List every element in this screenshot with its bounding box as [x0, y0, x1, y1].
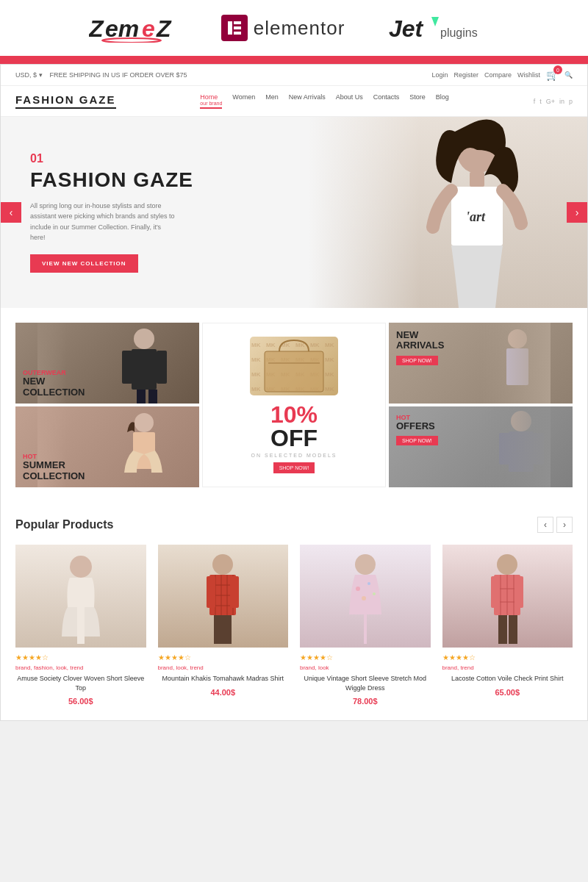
nav-sub-label: our brand: [200, 101, 222, 106]
slider-prev[interactable]: ‹: [1, 202, 21, 223]
social-google[interactable]: G+: [546, 98, 555, 105]
svg-rect-32: [268, 362, 320, 364]
hot-summer-label: HOT SUMMERCOLLECTION: [15, 447, 93, 487]
wishlist-link[interactable]: Wishlist: [517, 71, 540, 79]
site-social: f t G+ in p: [534, 98, 573, 105]
hero-slider: ‹ 01 FASHION GAZE All spring long our in…: [1, 117, 587, 308]
nav-blog[interactable]: Blog: [436, 93, 449, 109]
hot-offers-label: HOT OFFERS SHOP NOW!: [396, 414, 438, 445]
promo-right-col: NEWARRIVALS SHOP NOW!: [389, 323, 573, 487]
social-facebook[interactable]: f: [534, 98, 536, 105]
products-grid: ★★★★☆ brand, fashion, look, trend Amuse …: [15, 545, 573, 706]
register-link[interactable]: Register: [453, 71, 478, 79]
product-price: 44.00$: [158, 688, 289, 697]
social-pinterest[interactable]: p: [569, 98, 573, 105]
nav-home[interactable]: Home our brand: [200, 93, 222, 109]
svg-rect-22: [157, 351, 167, 384]
promo-hot-offers-card[interactable]: HOT OFFERS SHOP NOW!: [389, 406, 573, 487]
compare-link[interactable]: Compare: [484, 71, 512, 79]
social-linkedin[interactable]: in: [559, 98, 564, 105]
hero-cta-button[interactable]: VIEW NEW COLLECTION: [30, 254, 138, 273]
selected-models-label: ON SELECTED MODELS: [251, 453, 337, 458]
shipping-info: FREE SHIPPING IN US IF ORDER OVER $75: [50, 71, 187, 79]
slider-next[interactable]: ›: [567, 202, 587, 223]
product-tags: brand, look, trend: [158, 664, 289, 671]
hero-number: 01: [30, 152, 558, 165]
product-tags: brand, fashion, look, trend: [15, 664, 146, 671]
topbar-right: Login Register Compare Wishlist 🛒 0 🔍: [431, 69, 573, 81]
promo-hot-summer-card[interactable]: HOT SUMMERCOLLECTION: [15, 406, 199, 487]
svg-rect-70: [509, 615, 517, 644]
new-arrivals-shop-button[interactable]: SHOP NOW!: [396, 356, 438, 365]
bag-image: MK: [250, 337, 338, 395]
products-prev-button[interactable]: ‹: [537, 517, 553, 533]
product-name: Mountain Khakis Tomahawk Madras Shirt: [158, 674, 289, 684]
svg-text:Z: Z: [156, 15, 172, 42]
svg-point-41: [70, 556, 92, 578]
product-stars: ★★★★☆: [442, 653, 573, 662]
promo-center-discount: MK 10% OFF ON SELECTED MODELS SHOP NOW!: [202, 323, 386, 487]
product-card[interactable]: ★★★★☆ brand, trend Lacoste Cotton Voile …: [442, 545, 573, 706]
popular-products-section: Popular Products ‹ › ★★★★☆ brand, fa: [1, 502, 587, 720]
svg-point-26: [135, 413, 154, 432]
cart-badge: 0: [553, 65, 562, 74]
svg-rect-31: [265, 351, 323, 392]
brand-bar: Z em e Z elementor Jet plugins: [0, 0, 588, 58]
site-topbar: USD, $ ▾ FREE SHIPPING IN US IF ORDER OV…: [1, 65, 587, 86]
product-stars: ★★★★☆: [300, 653, 431, 662]
promo-new-arrivals-card[interactable]: NEWARRIVALS SHOP NOW!: [389, 323, 573, 404]
svg-point-56: [356, 587, 360, 591]
product-tags: brand, trend: [442, 664, 573, 671]
site-menu: Home our brand Women Men New Arrivals Ab…: [200, 93, 448, 109]
product-stars: ★★★★☆: [15, 653, 146, 662]
login-link[interactable]: Login: [431, 71, 448, 79]
products-nav: ‹ ›: [537, 517, 573, 533]
product-card[interactable]: ★★★★☆ brand, look, trend Mountain Khakis…: [158, 545, 289, 706]
hot-offers-shop-button[interactable]: SHOP NOW!: [396, 436, 438, 445]
cart-icon[interactable]: 🛒 0: [546, 69, 559, 81]
promo-outerwear-card[interactable]: OUTERWEAR NEWCOLLECTION: [15, 323, 199, 404]
search-icon[interactable]: 🔍: [564, 71, 573, 79]
nav-contacts[interactable]: Contacts: [373, 93, 400, 109]
jetplugins-logo: Jet plugins: [389, 13, 499, 43]
svg-rect-24: [148, 390, 157, 404]
nav-new-arrivals[interactable]: New Arrivals: [289, 93, 326, 109]
new-arrivals-label: NEWARRIVALS SHOP NOW!: [396, 330, 444, 365]
svg-rect-23: [137, 390, 146, 404]
promo-grid: OUTERWEAR NEWCOLLECTION: [1, 308, 587, 502]
nav-women[interactable]: Women: [232, 93, 255, 109]
product-tags: brand, look: [300, 664, 431, 671]
svg-rect-69: [498, 615, 507, 644]
social-twitter[interactable]: t: [539, 98, 542, 105]
product-price: 65.00$: [442, 688, 573, 697]
discount-shop-button[interactable]: SHOP NOW!: [273, 462, 315, 473]
off-label: OFF: [270, 426, 318, 450]
svg-rect-21: [122, 351, 132, 384]
product-card[interactable]: ★★★★☆ brand, look Unique Vintage Short S…: [300, 545, 431, 706]
svg-rect-8: [234, 32, 241, 35]
svg-point-19: [134, 329, 154, 349]
product-price: 56.00$: [15, 697, 146, 706]
currency-selector[interactable]: USD, $ ▾: [15, 71, 43, 79]
svg-rect-68: [514, 576, 523, 608]
popular-products-title: Popular Products: [15, 518, 113, 531]
red-divider: [0, 58, 588, 64]
nav-about[interactable]: About Us: [336, 93, 363, 109]
svg-marker-10: [431, 17, 439, 26]
product-card[interactable]: ★★★★☆ brand, fashion, look, trend Amuse …: [15, 545, 146, 706]
svg-rect-52: [230, 576, 239, 608]
svg-rect-51: [207, 576, 215, 608]
product-image: [442, 545, 573, 648]
elementor-logo: elementor: [221, 15, 345, 41]
promo-left-col: OUTERWEAR NEWCOLLECTION: [15, 323, 199, 487]
nav-store[interactable]: Store: [409, 93, 426, 109]
product-stars: ★★★★☆: [158, 653, 289, 662]
nav-men[interactable]: Men: [265, 93, 279, 109]
products-next-button[interactable]: ›: [556, 517, 573, 533]
elementor-text: elementor: [254, 17, 345, 40]
svg-rect-7: [234, 26, 241, 29]
section-header: Popular Products ‹ ›: [15, 517, 573, 533]
svg-text:Z: Z: [89, 15, 104, 42]
svg-point-58: [362, 596, 366, 600]
product-name: Unique Vintage Short Sleeve Stretch Mod …: [300, 674, 431, 692]
